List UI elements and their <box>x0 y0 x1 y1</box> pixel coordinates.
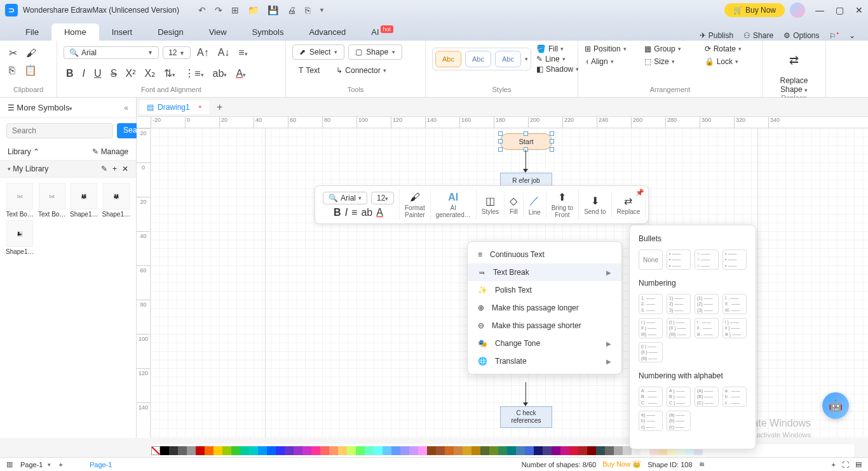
manage-link[interactable]: ✎ Manage <box>92 147 128 156</box>
bring-front-icon[interactable]: ⬆ <box>558 191 566 203</box>
style-preview-3[interactable]: Abc <box>495 51 521 67</box>
new-icon[interactable]: ⊞ <box>231 5 239 15</box>
layout-icon[interactable]: ▥ <box>6 460 13 468</box>
color-swatch[interactable] <box>276 446 285 455</box>
no-color-icon[interactable] <box>151 446 160 455</box>
save-icon[interactable]: 💾 <box>268 5 278 15</box>
style-more-icon[interactable]: ▾ <box>525 56 528 62</box>
line-button[interactable]: ✎Line▾ <box>536 55 579 63</box>
print-icon[interactable]: 🖨 <box>287 5 296 15</box>
num-option[interactable]: I ) ——II ) ——III) —— <box>639 318 663 338</box>
num-option[interactable]: (1) ——(2) ——(3) —— <box>695 294 719 314</box>
sidebar-collapse-icon[interactable]: « <box>124 103 128 112</box>
color-swatch[interactable] <box>400 446 409 455</box>
layers-icon[interactable]: ≋ <box>699 460 705 468</box>
size-button[interactable]: ⬚Size▾ <box>644 57 695 66</box>
color-swatch[interactable] <box>222 446 231 455</box>
ctx-make-this-passage-shorter[interactable]: ⊖Make this passage shorter <box>468 317 621 335</box>
italic-icon[interactable]: I <box>80 65 88 82</box>
redo-icon[interactable]: ↷ <box>215 5 222 15</box>
num-option[interactable]: 1) ——2) ——3) —— <box>667 294 691 314</box>
underline-icon[interactable]: U <box>92 65 104 82</box>
cut-icon[interactable]: ✂ <box>6 44 20 62</box>
more-icon[interactable]: ▼ <box>319 7 325 13</box>
connector-tool[interactable]: ↳Connector▾ <box>330 63 392 77</box>
menu-view[interactable]: View <box>196 23 240 41</box>
float-italic-icon[interactable]: I <box>345 207 348 218</box>
color-swatch[interactable] <box>427 446 436 455</box>
color-swatch[interactable] <box>356 446 365 455</box>
color-swatch[interactable] <box>214 446 222 455</box>
page-tab[interactable]: Page-1 <box>90 461 112 468</box>
color-swatch[interactable] <box>311 446 320 455</box>
float-styles-icon[interactable]: ◫ <box>485 195 495 207</box>
lock-button[interactable]: 🔒Lock▾ <box>705 57 756 66</box>
color-swatch[interactable] <box>525 446 534 455</box>
select-tool[interactable]: ⬈Select▾ <box>292 44 344 60</box>
color-swatch[interactable] <box>169 446 178 455</box>
shape-tool[interactable]: ▢Shape▾ <box>348 44 402 60</box>
shape-item[interactable]: 👩‍👧Shape1… <box>5 220 35 255</box>
options-button[interactable]: ⚙Options <box>783 31 819 40</box>
num-option[interactable]: A . ——B . ——C . —— <box>639 387 663 407</box>
float-replace-icon[interactable]: ⇄ <box>624 195 632 207</box>
float-font-select[interactable]: 🔍Arial▾ <box>323 192 367 204</box>
paste-icon[interactable]: 📋 <box>22 62 39 79</box>
color-swatch[interactable] <box>587 446 596 455</box>
status-buy-now[interactable]: Buy Now 👑 <box>602 460 641 468</box>
search-input[interactable] <box>6 123 113 138</box>
page-selector[interactable]: Page-1▾ <box>20 461 51 468</box>
color-swatch[interactable] <box>418 446 427 455</box>
color-swatch[interactable] <box>454 446 463 455</box>
font-shrink-icon[interactable]: A↓ <box>215 44 233 61</box>
panel-icon[interactable]: ▤ <box>855 460 862 468</box>
color-swatch[interactable] <box>560 446 569 455</box>
float-align-icon[interactable]: ≡ <box>351 207 357 218</box>
color-swatch[interactable] <box>507 446 516 455</box>
color-swatch[interactable] <box>498 446 507 455</box>
superscript-icon[interactable]: X² <box>123 65 139 82</box>
color-swatch[interactable] <box>480 446 489 455</box>
color-swatch[interactable] <box>391 446 400 455</box>
menu-ai[interactable]: AIhot <box>358 23 406 41</box>
color-swatch[interactable] <box>196 446 205 455</box>
notif-icon[interactable]: ⚐• <box>829 30 839 41</box>
float-font-size[interactable]: 12▾ <box>371 192 394 204</box>
color-swatch[interactable] <box>338 446 347 455</box>
num-option[interactable]: i ) ——ii ) ——iii ) —— <box>722 318 747 338</box>
strike-icon[interactable]: S̶ <box>108 65 119 82</box>
open-icon[interactable]: 📁 <box>248 5 259 15</box>
menu-insert[interactable]: Insert <box>99 23 146 41</box>
color-swatch[interactable] <box>294 446 302 455</box>
user-avatar[interactable] <box>790 3 805 18</box>
fill-button[interactable]: 🪣Fill▾ <box>536 44 579 53</box>
copy-icon[interactable]: ⎘ <box>6 62 18 79</box>
maximize-icon[interactable]: ▢ <box>836 5 844 15</box>
font-grow-icon[interactable]: A↑ <box>194 44 212 61</box>
num-option[interactable]: (a) ——(b) ——(c) —— <box>667 411 691 431</box>
color-swatch[interactable] <box>605 446 614 455</box>
start-shape[interactable]: Start <box>500 133 552 150</box>
close-icon[interactable]: ✕ <box>855 5 863 15</box>
color-swatch[interactable] <box>543 446 552 455</box>
color-swatch[interactable] <box>347 446 356 455</box>
float-line-icon[interactable]: ／ <box>529 194 539 208</box>
menu-advanced[interactable]: Advanced <box>296 23 358 41</box>
bullet-square[interactable]: ▪ ——▪ ——▪ —— <box>722 249 747 270</box>
bullet-circle[interactable]: ○ ——○ ——○ —— <box>695 249 719 270</box>
share-button[interactable]: ⚇Share <box>743 31 773 40</box>
publish-button[interactable]: ✈Publish <box>700 31 733 40</box>
zoom-in-icon[interactable]: + <box>832 461 836 468</box>
color-swatch[interactable] <box>329 446 338 455</box>
align-icon[interactable]: ≡▾ <box>236 44 250 61</box>
num-option[interactable]: A ) ——B ) ——C ) —— <box>667 387 691 407</box>
color-swatch[interactable] <box>534 446 543 455</box>
format-painter-icon[interactable]: 🖌 <box>410 192 420 203</box>
bullet-none[interactable]: None <box>639 249 663 270</box>
minimize-icon[interactable]: — <box>815 5 824 15</box>
float-fill-icon[interactable]: ◇ <box>510 195 517 207</box>
shape-item[interactable]: 👨‍👩‍👧Shape1… <box>69 183 99 218</box>
menu-home[interactable]: Home <box>51 23 99 41</box>
close-lib-icon[interactable]: ✕ <box>122 164 128 173</box>
menu-symbols[interactable]: Symbols <box>240 23 297 41</box>
